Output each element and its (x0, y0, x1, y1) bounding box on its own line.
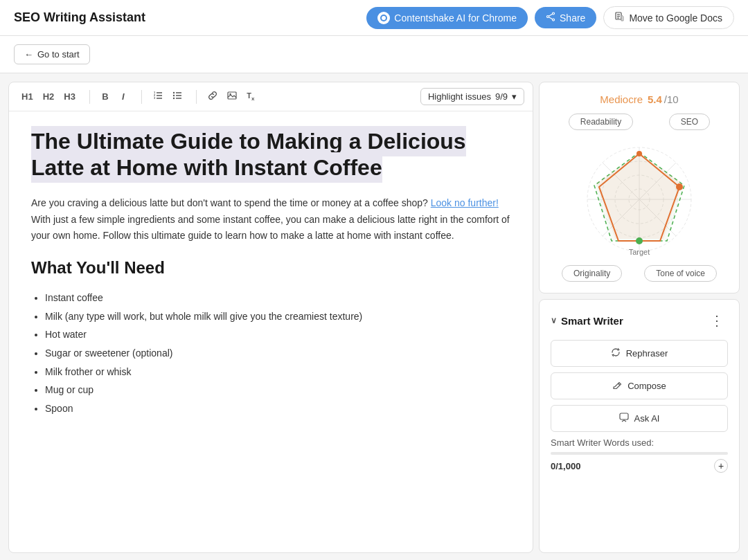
svg-point-3 (553, 19, 555, 21)
go-to-start-button[interactable]: ← Go to start (14, 44, 90, 64)
heading-group: H1 H2 H3 (17, 89, 80, 105)
ingredients-list: Instant coffee Milk (any type will work,… (31, 289, 510, 417)
bold-button[interactable]: B (97, 89, 114, 105)
share-button[interactable]: Share (535, 7, 596, 28)
editor-content[interactable]: The Ultimate Guide to Making a Delicious… (9, 111, 533, 552)
unordered-list-button[interactable] (168, 88, 186, 105)
article-title[interactable]: The Ultimate Guide to Making a Delicious… (31, 126, 466, 183)
score-tabs-top: Readability SEO (551, 114, 728, 130)
score-card: Mediocre 5.4 /10 Readability SEO (539, 82, 740, 293)
collapse-icon[interactable]: ∨ (551, 316, 557, 325)
ordered-list-button[interactable]: 123 (149, 88, 167, 105)
tone-of-voice-tab[interactable]: Tone of voice (644, 265, 717, 282)
rephraser-button[interactable]: Rephraser (551, 340, 728, 367)
list-item: Instant coffee (45, 289, 510, 307)
svg-text:3: 3 (154, 96, 156, 100)
format-group: B I (97, 89, 132, 105)
svg-point-35 (636, 237, 643, 244)
list-item: Milk frother or whisk (45, 363, 510, 381)
ask-ai-icon (619, 413, 629, 424)
svg-point-37 (636, 151, 642, 156)
smart-writer-card: ∨ Smart Writer ⋮ Rephraser Compose (539, 299, 740, 553)
header-actions: Contentshake AI for Chrome Share Move to… (366, 6, 734, 29)
main-layout: H1 H2 H3 B I 123 (0, 73, 748, 560)
more-options-button[interactable]: ⋮ (706, 311, 728, 330)
clear-format-button[interactable]: Tx (242, 89, 259, 105)
svg-point-21 (173, 95, 175, 96)
originality-tab[interactable]: Originality (562, 265, 622, 282)
arrow-left-icon: ← (24, 49, 33, 60)
compose-button[interactable]: Compose (551, 372, 728, 399)
insert-group: Tx (204, 88, 259, 105)
svg-point-1 (382, 16, 386, 20)
sub-header: ← Go to start (0, 36, 748, 73)
chevron-down-icon: ▾ (512, 91, 517, 102)
words-count-text: 0/1,000 (551, 461, 580, 471)
toolbar-sep-3 (196, 90, 197, 104)
list-item: Sugar or sweetener (optional) (45, 344, 510, 363)
h3-button[interactable]: H3 (60, 89, 80, 105)
google-docs-button[interactable]: Move to Google Docs (603, 6, 734, 29)
list-item: Spoon (45, 399, 510, 418)
list-item: Mug or cup (45, 381, 510, 399)
intro-link[interactable]: Look no further! (431, 197, 499, 208)
svg-point-22 (173, 98, 175, 99)
svg-line-5 (549, 14, 552, 16)
italic-button[interactable]: I (115, 89, 132, 105)
contentshake-icon (377, 12, 390, 24)
share-icon (546, 12, 555, 24)
svg-text:Target: Target (629, 248, 650, 256)
svg-point-20 (173, 92, 175, 93)
rephraser-icon (611, 347, 621, 359)
seo-tab[interactable]: SEO (669, 114, 710, 130)
image-button[interactable] (223, 88, 241, 105)
svg-line-39 (618, 383, 621, 386)
list-item: Hot water (45, 325, 510, 344)
contentshake-button[interactable]: Contentshake AI for Chrome (366, 7, 528, 29)
section-heading: What You'll Need (31, 258, 510, 278)
svg-point-36 (676, 183, 683, 190)
ask-ai-button[interactable]: Ask AI (551, 405, 728, 432)
right-panel: Mediocre 5.4 /10 Readability SEO (539, 82, 740, 553)
link-button[interactable] (204, 88, 222, 105)
google-docs-icon (615, 12, 625, 24)
svg-point-2 (553, 12, 555, 15)
radar-chart: Target (551, 138, 728, 260)
list-item: Milk (any type will work, but whole milk… (45, 307, 510, 326)
score-max: /10 (664, 93, 679, 105)
compose-icon (612, 380, 622, 392)
article-intro[interactable]: Are you craving a delicious latte but do… (31, 195, 510, 244)
editor-pane: H1 H2 H3 B I 123 (8, 82, 533, 553)
svg-line-6 (549, 17, 552, 19)
smart-writer-title: ∨ Smart Writer (551, 315, 623, 327)
list-group: 123 (149, 88, 186, 105)
score-header: Mediocre 5.4 /10 (551, 93, 728, 105)
app-title: SEO Writing Assistant (14, 10, 145, 25)
readability-tab[interactable]: Readability (569, 114, 633, 130)
toolbar-sep-2 (141, 90, 142, 104)
toolbar-sep-1 (89, 90, 90, 104)
editor-toolbar: H1 H2 H3 B I 123 (9, 82, 533, 111)
highlight-select[interactable]: Highlight issues 9/9 ▾ (420, 88, 524, 105)
score-rating: Mediocre (600, 93, 643, 105)
words-count-row: 0/1,000 + (551, 459, 728, 473)
h1-button[interactable]: H1 (17, 89, 37, 105)
add-words-button[interactable]: + (714, 459, 728, 473)
title-wrapper: The Ultimate Guide to Making a Delicious… (31, 128, 510, 181)
radar-svg: Target (570, 138, 709, 260)
svg-rect-40 (620, 413, 628, 419)
h2-button[interactable]: H2 (39, 89, 59, 105)
score-tabs-bottom: Originality Tone of voice (551, 265, 728, 282)
svg-point-4 (547, 16, 549, 18)
score-value: 5.4 (648, 93, 662, 105)
words-progress-bar (551, 452, 728, 455)
smart-writer-header: ∨ Smart Writer ⋮ (551, 311, 728, 330)
app-header: SEO Writing Assistant Contentshake AI fo… (0, 0, 748, 36)
svg-rect-23 (228, 92, 236, 99)
words-used-label: Smart Writer Words used: (551, 437, 728, 448)
